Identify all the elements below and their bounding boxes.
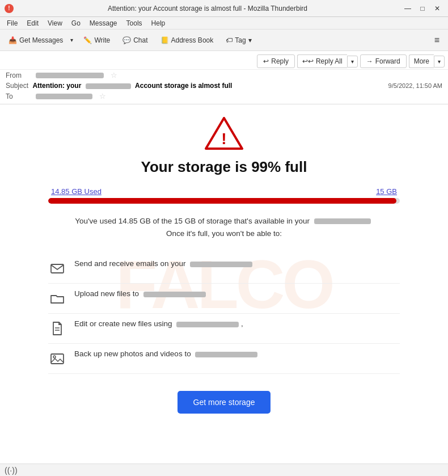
list-item: Send and receive emails on your [48,254,400,284]
reply-all-dropdown[interactable]: ↩↩ Reply All ▾ [297,54,358,68]
chat-label: Chat [133,36,147,44]
close-button[interactable]: ✕ [431,3,443,14]
status-icon: ((·)) [5,466,18,475]
list-item: Edit or create new files using , [48,314,400,344]
folder-email-blurred [143,292,206,297]
tag-label: Tag [235,36,246,44]
window-controls: — □ ✕ [401,3,443,14]
subject-label: Subject [6,82,28,90]
title-bar: ! Attention: your Account storage is alm… [0,0,448,17]
svg-rect-2 [51,264,64,273]
image-icon [48,349,66,368]
storage-bar-track [48,198,400,204]
chat-icon: 💬 [122,36,131,44]
get-messages-icon: 📥 [9,36,17,44]
from-address [36,73,104,78]
reply-all-button[interactable]: ↩↩ Reply All [297,54,347,68]
svg-rect-5 [51,354,64,364]
email-header: ↩ Reply ↩↩ Reply All ▾ → Forward More ▾ … [0,51,448,104]
address-book-icon: 📒 [160,36,169,44]
list-item: Back up new photos and videos to [48,344,400,374]
subject-main: Account storage is almost full [135,82,232,90]
to-label: To [6,92,31,100]
get-messages-dropdown[interactable]: 📥 Get Messages ▾ [3,34,76,47]
forward-label: Forward [375,57,400,65]
to-star-icon[interactable]: ☆ [99,92,106,100]
reply-button[interactable]: ↩ Reply [257,54,295,68]
storage-bar-section: 14.85 GB Used 15 GB [48,187,400,204]
subject-text: Subject Attention: your Account storage … [6,82,232,90]
forward-icon: → [366,57,373,65]
storage-total-label[interactable]: 15 GB [376,187,397,196]
storage-labels: 14.85 GB Used 15 GB [48,187,400,196]
mail-email-blurred [190,262,252,267]
hamburger-menu-button[interactable]: ≡ [429,33,445,48]
minimize-button[interactable]: — [401,3,414,14]
file-email-blurred [176,322,239,327]
email-content: ! Your storage is 99% full 14.85 GB Used… [26,104,422,436]
write-label: Write [94,36,110,44]
warning-icon-section: ! [48,116,400,150]
more-label: More [414,57,429,65]
get-more-storage-button[interactable]: Get more storage [177,391,271,414]
from-label: From [6,71,31,79]
storage-title: Your storage is 99% full [48,158,400,176]
star-icon[interactable]: ☆ [111,71,117,79]
desc-blurred-account [314,218,371,224]
status-bar: ((·)) [0,464,448,476]
storage-description: You've used 14.85 GB of the 15 GB of sto… [48,215,400,239]
chat-button[interactable]: 💬 Chat [117,34,153,47]
write-icon: ✏️ [83,36,92,44]
menu-bar: File Edit View Go Message Tools Help [0,17,448,30]
address-book-label: Address Book [171,36,214,44]
get-messages-arrow[interactable]: ▾ [68,35,76,45]
list-item: Upload new files to [48,284,400,314]
subject-prefix: Attention: your [32,82,81,90]
file-icon [48,319,66,338]
storage-bar-fill [48,198,396,204]
svg-text:!: ! [221,130,226,148]
from-row: From ☆ [0,70,448,81]
get-messages-label: Get Messages [19,36,63,44]
mail-icon [48,259,66,277]
main-toolbar: 📥 Get Messages ▾ ✏️ Write 💬 Chat 📒 Addre… [0,30,448,51]
more-dropdown[interactable]: More ▾ [409,54,445,68]
reply-all-icon: ↩↩ [302,57,314,65]
email-date: 9/5/2022, 11:50 AM [388,82,442,89]
warning-triangle-icon: ! [204,116,244,150]
forward-button[interactable]: → Forward [360,54,407,68]
get-messages-button[interactable]: 📥 Get Messages [3,34,68,47]
menu-view[interactable]: View [43,17,67,29]
maximize-button[interactable]: □ [416,3,429,14]
tag-icon: 🏷 [226,36,233,44]
reply-all-arrow[interactable]: ▾ [347,56,358,68]
cta-section: Get more storage [48,391,400,414]
menu-message[interactable]: Message [85,17,122,29]
desc-part2: Once it's full, you won't be able to: [166,229,282,238]
folder-icon [48,289,66,307]
folder-feature-text: Upload new files to [74,289,206,298]
desc-part1: You've used 14.85 GB of the 15 GB of sto… [75,217,310,225]
reply-icon: ↩ [263,57,269,65]
menu-go[interactable]: Go [67,17,85,29]
email-action-toolbar: ↩ Reply ↩↩ Reply All ▾ → Forward More ▾ [0,53,448,70]
subject-blurred [86,83,131,89]
tag-arrow: ▾ [248,36,252,44]
menu-help[interactable]: Help [147,17,170,29]
image-feature-text: Back up new photos and videos to [74,349,257,358]
more-arrow[interactable]: ▾ [434,56,445,68]
more-button[interactable]: More [409,54,434,68]
address-book-button[interactable]: 📒 Address Book [155,34,219,47]
to-address [36,94,92,99]
tag-button[interactable]: 🏷 Tag ▾ [221,34,256,47]
app-icon: ! [5,4,14,13]
to-row: To ☆ [0,91,448,102]
menu-tools[interactable]: Tools [122,17,147,29]
menu-edit[interactable]: Edit [22,17,43,29]
write-button[interactable]: ✏️ Write [78,34,115,47]
file-feature-text: Edit or create new files using , [74,319,243,328]
menu-file[interactable]: File [2,17,22,29]
reply-all-label: Reply All [316,57,343,65]
subject-row: Subject Attention: your Account storage … [0,81,448,91]
storage-used-label[interactable]: 14.85 GB Used [51,187,102,196]
